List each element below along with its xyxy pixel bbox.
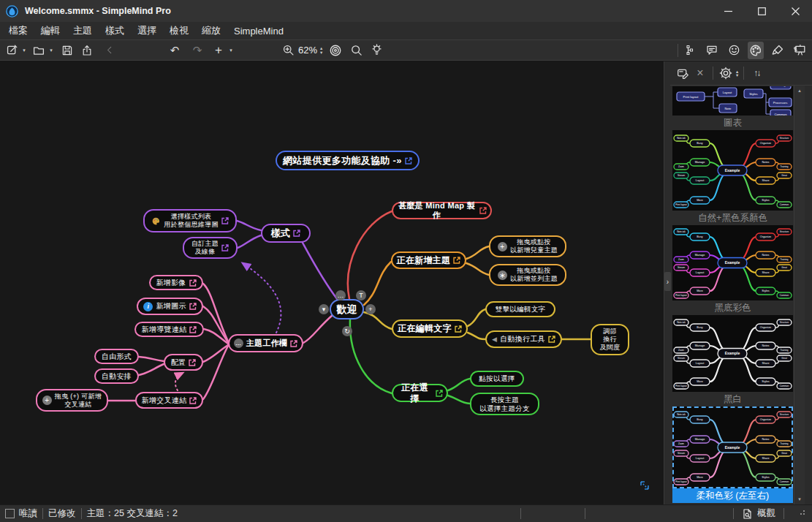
style-preview-0[interactable]: Print layoutLayoutNoteStylesRacingProces… bbox=[672, 86, 793, 130]
node-add-icon[interactable]: i新增圖示 bbox=[137, 298, 203, 315]
outline-button[interactable] bbox=[682, 42, 698, 59]
node-what-is-mindmap[interactable]: 甚麼是 Mind Map 製作 bbox=[392, 202, 492, 219]
node-drag-add-child[interactable]: +拖曳或點按以新增兒童主題 bbox=[489, 235, 566, 257]
menu-item-7[interactable]: SimpleMind bbox=[227, 26, 290, 37]
zoom-in-icon[interactable] bbox=[280, 42, 296, 59]
node-add-nav-link[interactable]: 新增導覽連結 bbox=[134, 322, 204, 337]
node-custom-theme[interactable]: 自訂主題及線條 bbox=[183, 237, 238, 259]
node-dblclick-edit[interactable]: 雙擊以編輯文字 bbox=[485, 301, 555, 317]
node-click-select[interactable]: 點按以選擇 bbox=[470, 371, 524, 387]
resize-grip[interactable] bbox=[798, 509, 805, 519]
rotate-button[interactable]: ↻ bbox=[342, 326, 352, 336]
node-selecting[interactable]: 正在選擇 bbox=[392, 384, 448, 402]
new-document-button[interactable] bbox=[4, 42, 20, 59]
menu-item-6[interactable]: 縮放 bbox=[195, 24, 227, 37]
readonly-checkbox[interactable] bbox=[5, 509, 15, 518]
crosslink-arrow-2 bbox=[175, 373, 183, 390]
open-file-button[interactable] bbox=[31, 42, 47, 59]
panel-scrollbar[interactable]: ▴ ▾ bbox=[794, 86, 805, 504]
menu-item-1[interactable]: 編輯 bbox=[34, 24, 67, 37]
undo-button[interactable]: ↶ bbox=[167, 42, 183, 59]
style-preview-1[interactable]: BusyNote-takManageZoomLayoutStreamMorePr… bbox=[672, 130, 793, 225]
back-chevron-button[interactable] bbox=[102, 42, 118, 59]
crosslink-arrow-1 bbox=[243, 263, 281, 333]
open-file-dropdown[interactable]: ▾ bbox=[48, 48, 55, 53]
redo-button[interactable]: ↷ bbox=[189, 42, 205, 59]
edit-style-icon[interactable] bbox=[674, 64, 691, 82]
status-separator bbox=[42, 508, 43, 519]
share-button[interactable] bbox=[79, 42, 95, 59]
svg-text:Racing: Racing bbox=[775, 86, 786, 87]
presentation-button[interactable] bbox=[792, 42, 808, 59]
suggestions-bulb-icon[interactable] bbox=[368, 42, 384, 59]
svg-text:Example: Example bbox=[725, 168, 740, 173]
svg-text:Example: Example bbox=[725, 351, 740, 355]
more-button[interactable]: … bbox=[335, 290, 346, 300]
node-auto-arrange[interactable]: 自動安排 bbox=[94, 368, 139, 384]
style-preview-image: BusyNote-takManageZoomLayoutStreamMorePr… bbox=[672, 406, 793, 488]
svg-text:Layout: Layout bbox=[696, 457, 705, 460]
note-button[interactable] bbox=[704, 42, 720, 59]
modified-label: 已修改 bbox=[48, 507, 76, 520]
gear-icon[interactable] bbox=[717, 64, 735, 82]
external-link-icon bbox=[436, 390, 443, 397]
add-button[interactable]: + bbox=[365, 304, 376, 314]
collapse-button[interactable]: ▾ bbox=[319, 304, 329, 314]
palette-button[interactable] bbox=[748, 42, 764, 59]
menu-item-4[interactable]: 選擇 bbox=[131, 24, 163, 37]
add-topic-button[interactable]: + bbox=[210, 42, 227, 59]
mindmap-canvas[interactable]: 網站提供更多功能及協助 -»甚麼是 Mind Map 製作樣式選擇樣式列表用於整… bbox=[0, 61, 664, 504]
status-separator bbox=[733, 508, 734, 519]
style-preview-image: BusyNote-takManageZoomLayoutStreamMorePr… bbox=[672, 225, 793, 300]
gear-stepper[interactable]: ▴▾ bbox=[736, 69, 738, 77]
minimize-button[interactable] bbox=[711, 0, 745, 22]
style-preview-4[interactable]: BusyNote-takManageZoomLayoutStreamMorePr… bbox=[672, 406, 793, 503]
style-brush-button[interactable] bbox=[770, 42, 786, 59]
node-drag-add-sibling[interactable]: ∗拖曳或點按以新增並列主題 bbox=[489, 264, 566, 286]
menu-item-5[interactable]: 檢視 bbox=[163, 24, 195, 37]
delete-style-icon[interactable]: × bbox=[691, 64, 709, 82]
svg-text:Organize: Organize bbox=[760, 142, 771, 145]
scroll-up-icon[interactable]: ▴ bbox=[798, 88, 801, 94]
node-layout[interactable]: 配置 bbox=[164, 354, 203, 371]
menu-item-0[interactable]: 檔案 bbox=[2, 24, 34, 37]
node-add-image[interactable]: 新增影像 bbox=[149, 275, 203, 290]
overview-button[interactable]: 概觀 bbox=[739, 507, 778, 520]
node-adding-topics[interactable]: 正在新增主題 bbox=[391, 251, 466, 269]
node-wordwrap-tool[interactable]: ◀自動換行工具 bbox=[485, 330, 562, 348]
external-link-icon bbox=[189, 359, 196, 366]
save-button[interactable] bbox=[59, 42, 75, 59]
add-topic-dropdown[interactable]: ▾ bbox=[227, 48, 235, 53]
menu-item-2[interactable]: 主題 bbox=[67, 24, 99, 37]
emoji-button[interactable] bbox=[726, 42, 742, 59]
new-document-dropdown[interactable]: ▾ bbox=[20, 48, 28, 53]
branch-click-select bbox=[448, 379, 470, 390]
panel-collapse-handle[interactable]: › bbox=[664, 272, 671, 291]
node-topic-toolbar[interactable]: …主題工作欄 bbox=[228, 334, 303, 352]
node-editing-text[interactable]: 正在編輯文字 bbox=[392, 319, 468, 338]
node-drag-crosslink[interactable]: +拖曳 (+) 可新增交叉連結 bbox=[36, 389, 108, 412]
close-button[interactable] bbox=[778, 0, 812, 22]
zoom-stepper[interactable]: ▴▾ bbox=[320, 46, 322, 54]
svg-text:Layout: Layout bbox=[696, 362, 705, 365]
maximize-button[interactable] bbox=[745, 0, 778, 22]
node-website[interactable]: 網站提供更多功能及協助 -» bbox=[276, 151, 420, 170]
node-longpress-select[interactable]: 長按主題以選擇主題分支 bbox=[470, 393, 539, 415]
text-button[interactable]: T bbox=[356, 290, 366, 300]
center-map-icon[interactable] bbox=[327, 42, 344, 59]
svg-text:Note-tak: Note-tak bbox=[677, 137, 686, 140]
node-style[interactable]: 樣式 bbox=[261, 224, 311, 243]
zoom-level[interactable]: 62% bbox=[298, 45, 317, 56]
menu-item-3[interactable]: 樣式 bbox=[99, 24, 131, 37]
search-icon[interactable] bbox=[348, 42, 364, 59]
node-freeform[interactable]: 自由形式 bbox=[94, 349, 139, 364]
style-preview-3[interactable]: BusyNote-takManageZoomLayoutStreamMorePr… bbox=[672, 315, 793, 406]
svg-text:Great: Great bbox=[781, 357, 787, 360]
scroll-down-icon[interactable]: ▾ bbox=[798, 496, 801, 502]
node-welcome-center[interactable]: 歡迎 bbox=[330, 299, 364, 319]
node-adjust-wrap[interactable]: 調節換行及闊度 bbox=[591, 324, 629, 355]
node-add-crosslink[interactable]: 新增交叉連結 bbox=[135, 392, 203, 409]
style-preview-2[interactable]: BusyNote-takManageZoomLayoutStreamMorePr… bbox=[672, 225, 793, 315]
reorder-icon[interactable]: ↑↓ bbox=[748, 64, 765, 82]
node-style-list[interactable]: 選擇樣式列表用於整個思維導圖 bbox=[143, 209, 237, 232]
